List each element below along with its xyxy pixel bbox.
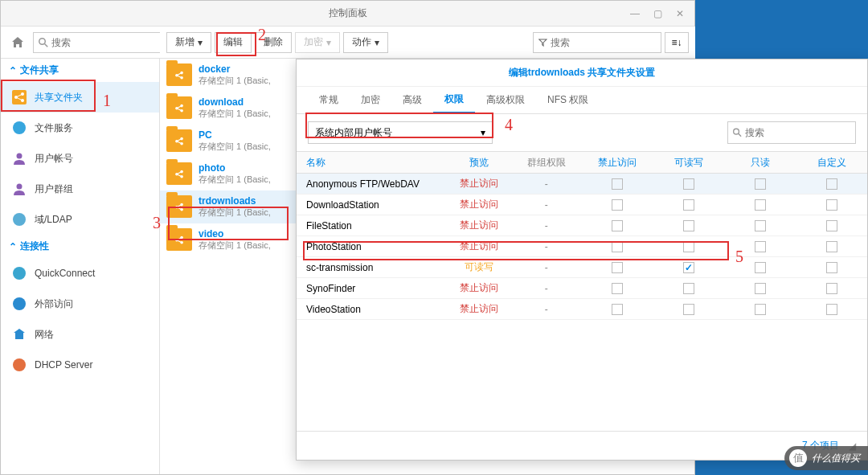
table-row[interactable]: Anonymous FTP/WebDAV禁止访问- [297, 174, 867, 195]
sidebar-item-label: 文件服务 [35, 121, 73, 135]
folder-item[interactable]: docker存储空间 1 (Basic, [160, 59, 297, 92]
dialog-search[interactable] [727, 121, 856, 144]
folder-desc: 存储空间 1 (Basic, [199, 207, 271, 219]
folder-item[interactable]: video存储空间 1 (Basic, [160, 223, 297, 256]
tab[interactable]: NFS 权限 [536, 87, 600, 114]
sidebar-item[interactable]: 外部访问 [1, 289, 159, 319]
cell-custom[interactable] [796, 282, 867, 294]
table-row[interactable]: DownloadStation禁止访问- [297, 195, 867, 215]
cell-noaccess[interactable] [582, 240, 653, 252]
sidebar-item[interactable]: 用户帐号 [1, 143, 159, 174]
cell-readonly[interactable] [725, 240, 796, 252]
folder-item[interactable]: photo存储空间 1 (Basic, [160, 158, 297, 190]
filter-input[interactable] [551, 37, 656, 48]
sidebar-header-connectivity[interactable]: ⌃连接性 [1, 235, 159, 258]
tab[interactable]: 加密 [350, 87, 391, 114]
cell-readwrite[interactable] [653, 178, 725, 190]
table-row[interactable]: VideoStation禁止访问- [297, 299, 867, 320]
action-button[interactable]: 动作▾ [343, 32, 388, 53]
cell-noaccess[interactable] [582, 261, 653, 273]
cell-noaccess[interactable] [582, 303, 653, 315]
sidebar-item[interactable]: QuickConnect [1, 258, 159, 289]
sidebar-item[interactable]: 域/LDAP [1, 204, 159, 235]
cell-noaccess[interactable] [582, 219, 653, 231]
tab[interactable]: 高级权限 [475, 87, 536, 114]
cell-custom[interactable] [796, 303, 867, 315]
svg-line-24 [177, 109, 182, 111]
svg-point-11 [13, 213, 26, 226]
table-row[interactable]: sc-transmission可读写- [297, 257, 867, 278]
user-type-select[interactable]: 系统内部用户帐号 ▾ [308, 121, 493, 144]
tab[interactable]: 权限 [433, 87, 475, 114]
col-readonly[interactable]: 只读 [725, 156, 796, 170]
cell-readonly[interactable] [725, 303, 796, 315]
cell-noaccess[interactable] [582, 178, 653, 190]
cell-readonly[interactable] [725, 178, 796, 190]
sidebar-item[interactable]: DHCP Server [1, 350, 159, 380]
cell-custom[interactable] [796, 199, 867, 211]
col-name[interactable]: 名称 [297, 156, 447, 170]
maximize-icon[interactable]: ▢ [649, 6, 665, 22]
cell-readwrite[interactable] [653, 303, 725, 315]
cell-group: - [510, 199, 582, 211]
folder-name: docker [199, 63, 271, 75]
cell-readwrite[interactable] [653, 261, 725, 273]
cell-readwrite[interactable] [653, 219, 725, 231]
cell-readwrite[interactable] [653, 282, 725, 294]
cell-noaccess[interactable] [582, 282, 653, 294]
cell-custom[interactable] [796, 240, 867, 252]
sidebar-item[interactable]: 文件服务 [1, 113, 159, 143]
cell-noaccess[interactable] [582, 199, 653, 211]
chevron-down-icon: ▾ [481, 127, 485, 138]
dialog-search-input[interactable] [745, 127, 850, 138]
table-row[interactable]: SynoFinder禁止访问- [297, 278, 867, 299]
sidebar-header-fileshare[interactable]: ⌃文件共享 [1, 59, 159, 82]
folder-item[interactable]: PC存储空间 1 (Basic, [160, 125, 297, 158]
sidebar-item-label: 外部访问 [35, 297, 73, 311]
svg-line-28 [177, 139, 182, 141]
cell-readonly[interactable] [725, 282, 796, 294]
encrypt-button[interactable]: 加密▾ [295, 32, 340, 53]
col-custom[interactable]: 自定义 [796, 156, 867, 170]
search-input[interactable] [51, 37, 156, 48]
cell-custom[interactable] [796, 219, 867, 231]
col-group[interactable]: 群组权限 [510, 156, 582, 170]
home-button[interactable] [7, 32, 28, 53]
dialog-footer: 7 个项目 ◢ [297, 431, 867, 460]
permissions-table: 名称 预览 群组权限 禁止访问 可读写 只读 自定义 Anonymous FTP… [297, 151, 867, 320]
global-search[interactable] [33, 32, 162, 53]
svg-point-0 [39, 38, 46, 44]
cell-custom[interactable] [796, 178, 867, 190]
share-folder-icon [166, 129, 192, 152]
svg-point-13 [13, 297, 26, 310]
window-controls: — ▢ ✕ [627, 6, 688, 22]
chevron-down-icon: ▾ [326, 37, 331, 48]
col-readwrite[interactable]: 可读写 [653, 156, 725, 170]
cell-readonly[interactable] [725, 261, 796, 273]
cell-readonly[interactable] [725, 199, 796, 211]
cell-custom[interactable] [796, 261, 867, 273]
cell-readwrite[interactable] [653, 240, 725, 252]
folder-item[interactable]: trdownloads存储空间 1 (Basic, [160, 190, 297, 223]
sort-button[interactable]: ≡↓ [665, 32, 689, 53]
toolbar-filter[interactable] [533, 32, 661, 53]
cell-readwrite[interactable] [653, 199, 725, 211]
minimize-icon[interactable]: — [627, 6, 643, 22]
table-row[interactable]: FileStation禁止访问- [297, 215, 867, 236]
sidebar-item[interactable]: 共享文件夹 [1, 82, 159, 113]
folder-name: download [199, 96, 271, 108]
tab[interactable]: 高级 [391, 87, 433, 114]
cell-readonly[interactable] [725, 219, 796, 231]
sidebar-item[interactable]: 网络 [1, 319, 159, 350]
delete-button[interactable]: 删除 [255, 32, 292, 53]
tab[interactable]: 常规 [308, 87, 350, 114]
close-icon[interactable]: ✕ [672, 6, 688, 22]
edit-button[interactable]: 编辑 [215, 32, 252, 53]
sidebar-item[interactable]: 用户群组 [1, 174, 159, 204]
col-preview[interactable]: 预览 [447, 156, 510, 170]
chevron-down-icon: ▾ [198, 37, 203, 48]
new-button[interactable]: 新增▾ [166, 32, 211, 53]
col-noaccess[interactable]: 禁止访问 [582, 156, 653, 170]
table-row[interactable]: PhotoStation禁止访问- [297, 236, 867, 257]
folder-item[interactable]: download存储空间 1 (Basic, [160, 92, 297, 125]
